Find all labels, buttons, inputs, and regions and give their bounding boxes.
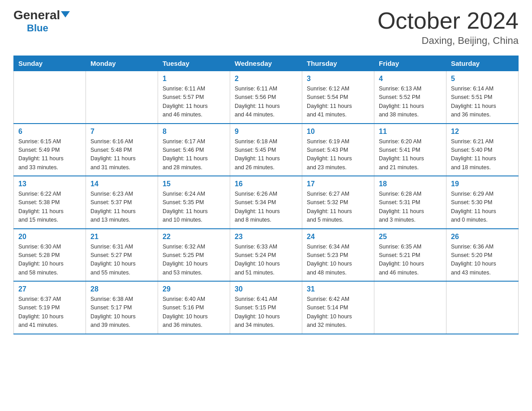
- calendar-cell: 8Sunrise: 6:17 AMSunset: 5:46 PMDaylight…: [158, 124, 230, 176]
- day-number: 19: [451, 180, 514, 188]
- calendar-cell: 24Sunrise: 6:34 AMSunset: 5:23 PMDayligh…: [302, 229, 374, 282]
- day-number: 3: [307, 75, 369, 83]
- day-info: Sunrise: 6:19 AMSunset: 5:43 PMDaylight:…: [307, 137, 369, 172]
- day-info: Sunrise: 6:20 AMSunset: 5:41 PMDaylight:…: [379, 137, 442, 172]
- day-number: 30: [235, 285, 297, 293]
- day-info: Sunrise: 6:33 AMSunset: 5:24 PMDaylight:…: [235, 243, 297, 278]
- day-number: 17: [307, 180, 369, 188]
- day-info: Sunrise: 6:35 AMSunset: 5:21 PMDaylight:…: [379, 243, 442, 278]
- day-info: Sunrise: 6:28 AMSunset: 5:31 PMDaylight:…: [379, 190, 442, 225]
- day-info: Sunrise: 6:18 AMSunset: 5:45 PMDaylight:…: [235, 137, 297, 172]
- calendar-cell: 11Sunrise: 6:20 AMSunset: 5:41 PMDayligh…: [374, 124, 446, 176]
- calendar-table: SundayMondayTuesdayWednesdayThursdayFrid…: [13, 56, 519, 334]
- calendar-week-row: 13Sunrise: 6:22 AMSunset: 5:38 PMDayligh…: [14, 176, 519, 229]
- day-info: Sunrise: 6:11 AMSunset: 5:56 PMDaylight:…: [235, 85, 297, 120]
- day-info: Sunrise: 6:42 AMSunset: 5:14 PMDaylight:…: [307, 295, 369, 330]
- day-number: 5: [451, 75, 514, 83]
- day-number: 16: [235, 180, 297, 188]
- day-number: 11: [379, 128, 442, 136]
- calendar-cell: 28Sunrise: 6:38 AMSunset: 5:17 PMDayligh…: [86, 281, 158, 334]
- header-sunday: Sunday: [14, 56, 86, 71]
- calendar-cell: 21Sunrise: 6:31 AMSunset: 5:27 PMDayligh…: [86, 229, 158, 282]
- calendar-cell: 30Sunrise: 6:41 AMSunset: 5:15 PMDayligh…: [230, 281, 302, 334]
- calendar-cell: [374, 281, 446, 334]
- calendar-cell: 25Sunrise: 6:35 AMSunset: 5:21 PMDayligh…: [374, 229, 446, 282]
- calendar-cell: [14, 71, 86, 124]
- day-info: Sunrise: 6:17 AMSunset: 5:46 PMDaylight:…: [163, 137, 225, 172]
- day-number: 31: [307, 285, 369, 293]
- day-number: 6: [18, 128, 81, 136]
- day-info: Sunrise: 6:29 AMSunset: 5:30 PMDaylight:…: [451, 190, 514, 225]
- day-info: Sunrise: 6:36 AMSunset: 5:20 PMDaylight:…: [451, 243, 514, 278]
- header-wednesday: Wednesday: [230, 56, 302, 71]
- calendar-cell: 6Sunrise: 6:15 AMSunset: 5:49 PMDaylight…: [14, 124, 86, 176]
- calendar-subtitle: Daxing, Beijing, China: [378, 35, 519, 47]
- calendar-cell: 2Sunrise: 6:11 AMSunset: 5:56 PMDaylight…: [230, 71, 302, 124]
- day-info: Sunrise: 6:30 AMSunset: 5:28 PMDaylight:…: [18, 243, 81, 278]
- day-info: Sunrise: 6:21 AMSunset: 5:40 PMDaylight:…: [451, 137, 514, 172]
- header-row: SundayMondayTuesdayWednesdayThursdayFrid…: [14, 56, 519, 71]
- calendar-cell: 19Sunrise: 6:29 AMSunset: 5:30 PMDayligh…: [446, 176, 519, 229]
- calendar-cell: 18Sunrise: 6:28 AMSunset: 5:31 PMDayligh…: [374, 176, 446, 229]
- day-number: 28: [90, 285, 153, 293]
- day-number: 23: [235, 233, 297, 241]
- day-info: Sunrise: 6:26 AMSunset: 5:34 PMDaylight:…: [235, 190, 297, 225]
- day-number: 12: [451, 128, 514, 136]
- calendar-cell: 4Sunrise: 6:13 AMSunset: 5:52 PMDaylight…: [374, 71, 446, 124]
- day-info: Sunrise: 6:34 AMSunset: 5:23 PMDaylight:…: [307, 243, 369, 278]
- day-number: 15: [163, 180, 225, 188]
- calendar-cell: 22Sunrise: 6:32 AMSunset: 5:25 PMDayligh…: [158, 229, 230, 282]
- header-saturday: Saturday: [446, 56, 519, 71]
- day-number: 8: [163, 128, 225, 136]
- calendar-cell: 20Sunrise: 6:30 AMSunset: 5:28 PMDayligh…: [14, 229, 86, 282]
- day-number: 22: [163, 233, 225, 241]
- calendar-cell: 17Sunrise: 6:27 AMSunset: 5:32 PMDayligh…: [302, 176, 374, 229]
- day-info: Sunrise: 6:31 AMSunset: 5:27 PMDaylight:…: [90, 243, 153, 278]
- day-number: 2: [235, 75, 297, 83]
- header-thursday: Thursday: [302, 56, 374, 71]
- logo-triangle-icon: [61, 11, 70, 17]
- day-number: 7: [90, 128, 153, 136]
- calendar-cell: 14Sunrise: 6:23 AMSunset: 5:37 PMDayligh…: [86, 176, 158, 229]
- logo-blue: Blue: [27, 22, 48, 34]
- day-number: 24: [307, 233, 369, 241]
- day-number: 20: [18, 233, 81, 241]
- header-monday: Monday: [86, 56, 158, 71]
- day-info: Sunrise: 6:37 AMSunset: 5:19 PMDaylight:…: [18, 295, 81, 330]
- day-number: 29: [163, 285, 225, 293]
- day-info: Sunrise: 6:14 AMSunset: 5:51 PMDaylight:…: [451, 85, 514, 120]
- day-info: Sunrise: 6:22 AMSunset: 5:38 PMDaylight:…: [18, 190, 81, 225]
- day-info: Sunrise: 6:23 AMSunset: 5:37 PMDaylight:…: [90, 190, 153, 225]
- day-info: Sunrise: 6:27 AMSunset: 5:32 PMDaylight:…: [307, 190, 369, 225]
- calendar-cell: [86, 71, 158, 124]
- calendar-cell: 13Sunrise: 6:22 AMSunset: 5:38 PMDayligh…: [14, 176, 86, 229]
- calendar-cell: 1Sunrise: 6:11 AMSunset: 5:57 PMDaylight…: [158, 71, 230, 124]
- header-tuesday: Tuesday: [158, 56, 230, 71]
- day-info: Sunrise: 6:41 AMSunset: 5:15 PMDaylight:…: [235, 295, 297, 330]
- calendar-week-row: 20Sunrise: 6:30 AMSunset: 5:28 PMDayligh…: [14, 229, 519, 282]
- day-number: 21: [90, 233, 153, 241]
- calendar-title: October 2024: [378, 9, 519, 32]
- calendar-cell: 12Sunrise: 6:21 AMSunset: 5:40 PMDayligh…: [446, 124, 519, 176]
- day-info: Sunrise: 6:12 AMSunset: 5:54 PMDaylight:…: [307, 85, 369, 120]
- calendar-cell: 26Sunrise: 6:36 AMSunset: 5:20 PMDayligh…: [446, 229, 519, 282]
- day-info: Sunrise: 6:24 AMSunset: 5:35 PMDaylight:…: [163, 190, 225, 225]
- day-number: 18: [379, 180, 442, 188]
- calendar-cell: 27Sunrise: 6:37 AMSunset: 5:19 PMDayligh…: [14, 281, 86, 334]
- calendar-cell: 10Sunrise: 6:19 AMSunset: 5:43 PMDayligh…: [302, 124, 374, 176]
- day-info: Sunrise: 6:13 AMSunset: 5:52 PMDaylight:…: [379, 85, 442, 120]
- header-friday: Friday: [374, 56, 446, 71]
- day-info: Sunrise: 6:32 AMSunset: 5:25 PMDaylight:…: [163, 243, 225, 278]
- day-number: 1: [163, 75, 225, 83]
- calendar-cell: 31Sunrise: 6:42 AMSunset: 5:14 PMDayligh…: [302, 281, 374, 334]
- calendar-cell: 23Sunrise: 6:33 AMSunset: 5:24 PMDayligh…: [230, 229, 302, 282]
- day-info: Sunrise: 6:11 AMSunset: 5:57 PMDaylight:…: [163, 85, 225, 120]
- day-number: 10: [307, 128, 369, 136]
- day-number: 9: [235, 128, 297, 136]
- calendar-cell: 5Sunrise: 6:14 AMSunset: 5:51 PMDaylight…: [446, 71, 519, 124]
- calendar-week-row: 6Sunrise: 6:15 AMSunset: 5:49 PMDaylight…: [14, 124, 519, 176]
- calendar-cell: 29Sunrise: 6:40 AMSunset: 5:16 PMDayligh…: [158, 281, 230, 334]
- calendar-cell: 7Sunrise: 6:16 AMSunset: 5:48 PMDaylight…: [86, 124, 158, 176]
- calendar-week-row: 27Sunrise: 6:37 AMSunset: 5:19 PMDayligh…: [14, 281, 519, 334]
- day-info: Sunrise: 6:38 AMSunset: 5:17 PMDaylight:…: [90, 295, 153, 330]
